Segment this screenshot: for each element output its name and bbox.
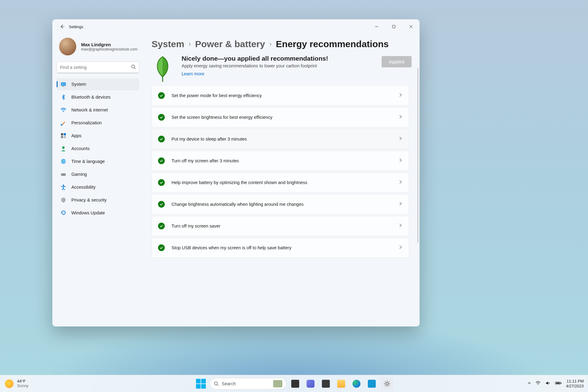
volume-tray-icon[interactable] <box>545 380 551 387</box>
check-icon <box>158 223 165 229</box>
leaf-icon <box>152 55 174 81</box>
search-input[interactable] <box>60 65 131 70</box>
recommendation-item[interactable]: Set the screen brightness for best energ… <box>152 107 409 127</box>
recommendation-label: Set the power mode for best energy effic… <box>172 93 392 98</box>
back-button[interactable] <box>57 22 67 32</box>
recommendation-label: Stop USB devices when my screen is off t… <box>172 245 392 250</box>
svg-point-17 <box>62 174 63 175</box>
check-icon <box>158 179 165 186</box>
svg-point-2 <box>132 65 135 68</box>
taskbar-center: Search <box>194 377 394 390</box>
sidebar-item-bluetooth[interactable]: Bluetooth & devices <box>57 91 139 103</box>
sidebar-item-label: Windows Update <box>71 210 105 215</box>
hero-title: Nicely done—you applied all recommendati… <box>182 55 374 62</box>
close-button[interactable] <box>402 21 420 32</box>
sidebar-item-accounts[interactable]: Accounts <box>57 142 139 155</box>
start-button[interactable] <box>194 377 207 390</box>
svg-rect-5 <box>61 83 66 85</box>
recommendation-item[interactable]: Put my device to sleep after 3 minutes <box>152 129 409 149</box>
sidebar-item-accessibility[interactable]: Accessibility <box>57 181 139 193</box>
recommendation-item[interactable]: Stop USB devices when my screen is off t… <box>152 238 409 258</box>
sidebar-item-windows-update[interactable]: Windows Update <box>57 207 139 219</box>
chevron-right-icon <box>398 180 403 185</box>
breadcrumb-system[interactable]: System <box>152 39 184 49</box>
svg-line-31 <box>389 382 389 382</box>
search-box[interactable] <box>57 62 139 73</box>
sidebar-item-label: Apps <box>71 133 81 138</box>
check-icon <box>158 244 165 251</box>
wifi-tray-icon[interactable] <box>535 380 541 387</box>
svg-point-32 <box>538 384 539 385</box>
person-icon <box>60 145 66 152</box>
profile-email: max@graphicdesigninstitute.com <box>81 47 138 51</box>
search-highlight-icon <box>273 380 282 387</box>
profile-name: Max Lindgren <box>81 42 138 47</box>
maximize-button[interactable] <box>385 21 402 32</box>
chevron-right-icon <box>398 202 403 207</box>
sidebar-item-apps[interactable]: Apps <box>57 130 139 142</box>
weather-widget[interactable]: 44°F Sunny <box>0 379 28 388</box>
weather-temp: 44°F <box>17 379 28 384</box>
chevron-right-icon <box>398 93 403 98</box>
settings-taskbar-button[interactable] <box>381 377 394 390</box>
sidebar-item-label: System <box>71 82 86 87</box>
recommendation-item[interactable]: Change brightness automatically when lig… <box>152 194 409 214</box>
recommendation-label: Put my device to sleep after 3 minutes <box>172 137 392 141</box>
sidebar-item-personalization[interactable]: Personalization <box>57 117 139 129</box>
sidebar-item-label: Time & language <box>71 159 105 164</box>
sidebar-item-gaming[interactable]: Gaming <box>57 168 139 180</box>
sidebar-item-label: Accounts <box>71 146 90 151</box>
minimize-button[interactable] <box>368 21 385 32</box>
sun-icon <box>5 379 13 388</box>
task-view-button[interactable] <box>289 377 302 390</box>
recommendation-item[interactable]: Set the power mode for best energy effic… <box>152 85 409 106</box>
svg-rect-10 <box>64 133 66 135</box>
svg-point-19 <box>63 185 64 186</box>
clock-date: 4/27/2023 <box>566 384 584 389</box>
brush-icon <box>60 120 66 126</box>
accessibility-icon <box>60 184 66 190</box>
taskbar: 44°F Sunny Search 11:11 P <box>0 375 588 392</box>
svg-rect-35 <box>556 383 560 384</box>
update-icon <box>60 210 66 216</box>
chevron-right-icon <box>398 223 403 229</box>
sidebar-item-label: Personalization <box>71 120 102 125</box>
chat-button[interactable] <box>304 377 317 390</box>
recommendation-item[interactable]: Help improve battery by optimizing the c… <box>152 172 409 193</box>
svg-point-23 <box>386 383 388 385</box>
file-explorer-button[interactable] <box>335 377 348 390</box>
clock[interactable]: 11:11 PM 4/27/2023 <box>566 379 584 388</box>
sidebar-item-time-language[interactable]: Time & language <box>57 155 139 168</box>
taskbar-search[interactable]: Search <box>210 378 286 390</box>
svg-rect-9 <box>61 133 63 135</box>
sidebar-item-network[interactable]: Network & internet <box>57 104 139 116</box>
chevron-right-icon <box>398 136 403 142</box>
taskbar-app[interactable] <box>319 377 332 390</box>
check-icon <box>158 201 165 208</box>
edge-button[interactable] <box>350 377 363 390</box>
svg-rect-11 <box>61 136 63 138</box>
svg-point-13 <box>62 146 65 149</box>
tray-chevron-icon[interactable] <box>527 381 531 386</box>
sidebar-item-privacy[interactable]: Privacy & security <box>57 194 139 206</box>
svg-line-30 <box>385 385 386 386</box>
sidebar-item-system[interactable]: System <box>57 78 139 90</box>
scrollbar[interactable] <box>417 68 418 243</box>
sidebar-item-label: Accessibility <box>71 185 96 190</box>
svg-rect-12 <box>64 136 66 138</box>
profile-block[interactable]: Max Lindgren max@graphicdesigninstitute.… <box>57 34 139 62</box>
learn-more-link[interactable]: Learn more <box>182 71 204 76</box>
search-icon <box>214 381 219 386</box>
recommendation-item[interactable]: Turn off my screen after 3 minutes <box>152 151 409 171</box>
battery-tray-icon[interactable] <box>555 381 562 386</box>
svg-rect-34 <box>561 383 561 384</box>
system-icon <box>60 81 66 87</box>
settings-window: Settings Max Lindgren max@graphicdesigni… <box>52 19 420 326</box>
applied-button: Applied <box>382 56 412 67</box>
svg-point-7 <box>63 111 64 112</box>
chevron-right-icon: › <box>189 40 191 48</box>
breadcrumb-power[interactable]: Power & battery <box>195 39 265 49</box>
sidebar-item-label: Gaming <box>71 172 87 177</box>
recommendation-item[interactable]: Turn off my screen saver <box>152 216 409 236</box>
store-button[interactable] <box>365 377 378 390</box>
